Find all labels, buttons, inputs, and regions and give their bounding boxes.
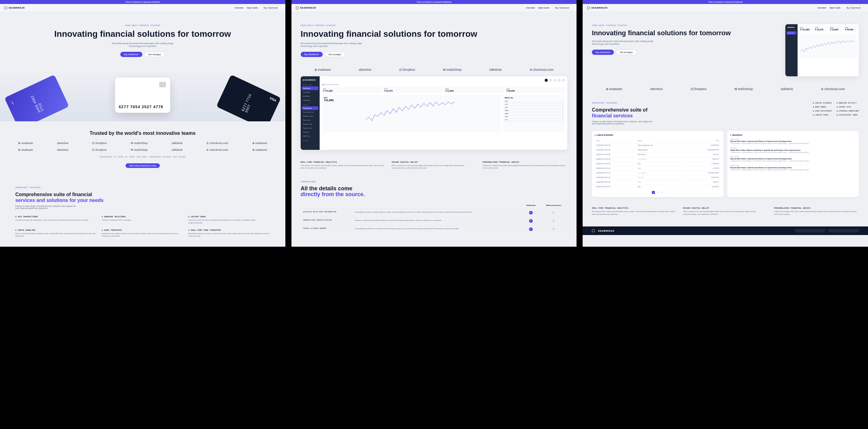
activity-row[interactable]: 2018/10/23 10:57:46ビットコイン+ 50,0402.52JPY <box>595 171 720 175</box>
logo[interactable]: SEABREEZE <box>4 6 25 9</box>
logos-strip: ⊕ exabeam attentive ⊡ Dropbox ✉ mailchim… <box>291 63 577 76</box>
activity-row[interactable]: 2018/10/30 10:57:46入金- 500 JPY <box>595 180 720 184</box>
announcement-banner[interactable]: This is a banner to anounce features <box>583 0 868 4</box>
chart-line <box>801 35 856 60</box>
sidebar-deposit[interactable]: Deposit Coin <box>302 126 318 130</box>
sidebar-withdraw[interactable]: Withdraw Coin <box>302 114 318 118</box>
announcement-banner[interactable]: This is a banner to anounce features <box>291 0 577 4</box>
sidebar-dashboard[interactable]: Dashboard <box>302 86 318 90</box>
hero-section: YOUR NEXT FINTECH STARTUP Innovating fin… <box>291 12 577 63</box>
see-pages-button[interactable]: See all pages <box>616 50 637 55</box>
coin-row[interactable]: ● BTC↗ <box>504 115 563 118</box>
sidebar-send[interactable]: Send Coin <box>302 118 318 122</box>
sidebar-dashboard[interactable]: Dashboard <box>786 31 796 35</box>
hero-title: Innovating financial solutions for tomor… <box>15 29 270 39</box>
logo-dropbox: ⊡ Dropbox <box>92 142 107 145</box>
compare-row: DETAILED REJECTION INFORMATIONImmediatel… <box>301 209 567 216</box>
visa-label: VISA <box>269 96 277 102</box>
stat-card: XRP¥ 50.839 <box>844 25 858 32</box>
activity-row[interactable]: 2018/10/13 10:57:46取引+ 7,992 JPY <box>595 162 720 166</box>
activity-row[interactable]: 2018/10/13 10:57:46入金+ 0.5 BTC <box>595 166 720 170</box>
page-2[interactable]: 2 <box>656 191 659 194</box>
sidebar-transactions[interactable]: Transactions <box>302 106 318 110</box>
feature-pill: EXPORT DATA <box>837 106 859 108</box>
nav-buy-button[interactable]: Buy Seabreeze <box>552 6 572 10</box>
menu-icon[interactable] <box>562 79 565 82</box>
announcement-banner[interactable]: This is a banner to anounce features <box>0 0 285 4</box>
avatar-icon[interactable] <box>545 79 548 82</box>
lightning-icon[interactable] <box>549 79 552 82</box>
coin-row[interactable]: ● BTC↗ <box>504 100 563 103</box>
news-item[interactable]: Today 11:36Beyond Bad Trades: Cybersecur… <box>730 138 856 145</box>
buy-button[interactable]: Buy Seabreeze <box>592 50 614 55</box>
page-3[interactable]: 3 <box>660 191 663 194</box>
logo[interactable]: SEABREEZE <box>587 6 608 9</box>
features-section: IMPORTANT FEATURES Comprehensive suite o… <box>583 95 868 131</box>
card-white-number: 6277 7654 2527 4778 <box>119 105 163 109</box>
bell-icon[interactable] <box>558 79 561 82</box>
see-pages-button[interactable]: See all pages <box>324 52 345 57</box>
activity-row[interactable]: 2018/10/10 10:57:46Service fee- 500 JPY <box>595 152 720 156</box>
nav-overview[interactable]: Overview <box>526 7 535 9</box>
features-title: Comprehensive suite of financialservices… <box>15 192 270 203</box>
nav-overview[interactable]: Overview <box>817 7 826 9</box>
logo[interactable]: SEABREEZE <box>296 6 316 9</box>
coin-row[interactable]: ● EMC↗ <box>504 112 563 115</box>
nav-style-guide[interactable]: Style Guide <box>538 7 549 9</box>
stat-card: REM¥ 12,604 <box>829 25 843 32</box>
footer-input-2[interactable] <box>828 229 859 233</box>
sidebar-receive[interactable]: Receive Coin <box>302 122 318 126</box>
stat-cards: BTC¥ 721,882ETH¥ 22,370REM¥ 12,604XRP¥ 5… <box>322 87 565 93</box>
news-item[interactable]: Today 11:36Beyond Bad Trades: Cybersecur… <box>730 156 856 162</box>
news-item[interactable]: YesterdayRipple News Today: Ripple is pl… <box>730 147 856 153</box>
coin-row[interactable]: ● DAS↗ <box>504 109 563 112</box>
activity-row[interactable]: 2018/10/30 10:57:46取引4,312 BTC <box>595 184 720 189</box>
logo-text: SEABREEZE <box>598 230 614 232</box>
gear-icon[interactable] <box>553 79 556 82</box>
coin-row[interactable]: ● IOT↗ <box>504 106 563 109</box>
sidebar-section-quick: Quick Access <box>302 84 318 86</box>
feature-item: REAL-TIME FUND TRANSFERSEffortlessly tra… <box>188 229 270 237</box>
page-1[interactable]: 1 <box>652 191 655 194</box>
features-title: Comprehensive suite offinancial services <box>592 107 804 119</box>
sidebar-exchange[interactable]: Exchange <box>302 90 318 94</box>
hero-eyebrow: YOUR NEXT FINTECH STARTUP <box>15 24 270 26</box>
sidebar-utility[interactable]: Utility Plan <box>302 134 318 138</box>
see-pages-button[interactable]: See all pages <box>144 52 165 57</box>
news-item[interactable]: Today 11:36Beyond Bad Trades: Cybersecur… <box>730 165 856 171</box>
nav-style-guide[interactable]: Style Guide <box>830 7 840 9</box>
activity-row[interactable]: 2018/10/23 10:57:46サービス- 21,000 JPY <box>595 175 720 179</box>
features-sub: Explore a wide range of financial tools,… <box>592 120 653 125</box>
logo-mailchimp: ✉ mailchimp <box>735 87 753 91</box>
stat-card: BTC¥ 721,882 <box>799 25 813 32</box>
coin-row[interactable]: ● LTC↗ <box>504 118 563 121</box>
start-using-button[interactable]: Start using Seabreeze today <box>126 163 160 168</box>
col-seabreeze: Seabreeze <box>522 203 540 208</box>
feature-item: CHECK HANDLINGSend customized checks wor… <box>15 229 97 237</box>
sidebar-tradeview[interactable]: Tradeview <box>302 98 318 102</box>
logo-exabeam: ⊕ exabeam <box>606 87 622 91</box>
dashboard-sidebar: SEABREEZE Dashboard <box>785 24 798 76</box>
buy-button[interactable]: Buy Seabreeze <box>120 52 143 57</box>
activity-row[interactable]: 2018/10/10 10:57:46Bought Bitcoin+ 0.006… <box>595 148 720 152</box>
sidebar-rewards[interactable]: Rewards <box>302 130 318 134</box>
features-eyebrow: IMPORTANT FEATURES <box>592 102 804 104</box>
nav-style-guide[interactable]: Style Guide <box>247 7 258 9</box>
feature-item: BANKING SOLUTIONSnumbers. Extended FDIC … <box>102 216 184 224</box>
buy-button[interactable]: Buy Seabreeze <box>301 52 323 57</box>
nav-buy-button[interactable]: Buy Seabreeze <box>261 6 281 10</box>
cross-icon: ✕ <box>552 227 555 231</box>
feature-pill: ACCELERATED TIMES <box>837 114 859 116</box>
nav-buy-button[interactable]: Buy Seabreeze <box>843 6 864 10</box>
nav-overview[interactable]: Overview <box>235 7 243 9</box>
chart-line <box>324 102 499 126</box>
sidebar-buysell[interactable]: Buy & Sell Coin <box>302 110 318 114</box>
sidebar-wallet[interactable]: My Wallet <box>302 94 318 98</box>
coin-row[interactable]: ● LTC↗ <box>504 103 563 106</box>
page-prev[interactable]: ‹ <box>648 191 651 194</box>
logo-talkdesk: talkdesk <box>172 142 183 145</box>
activity-row[interactable]: 2018/10/13 10:57:46ビットコイン- 5,000 JPY <box>595 157 720 161</box>
activity-row[interactable]: 2018/10/02 10:57:46Deposit Japanese Yen+… <box>595 143 720 147</box>
page-next[interactable]: › <box>665 191 668 194</box>
footer-input[interactable] <box>795 229 825 233</box>
